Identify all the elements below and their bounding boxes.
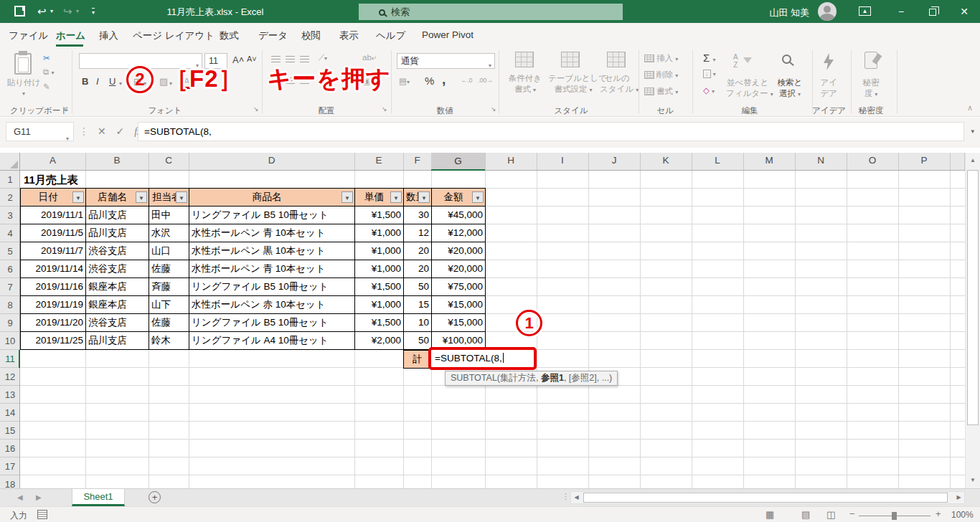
number-format-dropdown-icon[interactable]: ▾ xyxy=(489,59,491,73)
header-person[interactable]: 担当者▼ xyxy=(149,189,189,207)
new-sheet-button[interactable]: + xyxy=(149,491,161,503)
table-row[interactable]: 2019/11/1品川支店田中リングファイル B5 10冊セット¥1,50030… xyxy=(21,207,486,224)
col-header-E[interactable]: E xyxy=(354,155,403,166)
row-header-8[interactable]: 8 xyxy=(0,296,20,314)
select-all-corner[interactable] xyxy=(0,153,20,171)
tab-page-layout[interactable]: ページ レイアウト xyxy=(133,29,215,42)
tab-insert[interactable]: 挿入 xyxy=(99,29,118,42)
search-bar[interactable]: 検索 xyxy=(359,4,623,20)
header-price[interactable]: 単価▼ xyxy=(355,189,404,207)
align-middle-icon[interactable] xyxy=(286,56,295,63)
vertical-scrollbar-thumb[interactable] xyxy=(967,170,979,425)
decrease-decimal-icon[interactable]: .00→ xyxy=(478,77,494,84)
tab-power-pivot[interactable]: Power Pivot xyxy=(422,29,473,40)
sensitivity-icon[interactable] xyxy=(864,52,877,69)
cell-A1-title[interactable]: 11月売上表 xyxy=(24,174,78,187)
sheet-tab-sheet1[interactable]: Sheet1 xyxy=(72,489,125,506)
align-bottom-icon[interactable] xyxy=(300,56,309,63)
orientation-icon[interactable]: ⟋▾ xyxy=(319,53,327,62)
zoom-out-icon[interactable]: − xyxy=(849,508,855,519)
col-header-C[interactable]: C xyxy=(149,155,189,166)
close-button[interactable]: ✕ xyxy=(948,0,980,23)
scroll-right-icon[interactable]: ▶ xyxy=(953,492,964,503)
col-header-M[interactable]: M xyxy=(743,155,795,166)
row-header-6[interactable]: 6 xyxy=(0,260,20,278)
ideas-icon[interactable] xyxy=(824,53,834,70)
col-header-H[interactable]: H xyxy=(485,155,537,166)
restore-button[interactable] xyxy=(917,0,948,23)
format-painter-icon[interactable]: ✎ xyxy=(43,82,50,92)
row-header-3[interactable]: 3 xyxy=(0,207,20,224)
clipboard-dialog-launcher-icon[interactable]: ↘ xyxy=(63,105,69,113)
tab-review[interactable]: 校閲 xyxy=(301,29,321,42)
header-date[interactable]: 日付▼ xyxy=(21,189,86,207)
col-header-G[interactable]: G xyxy=(431,153,485,171)
col-header-P[interactable]: P xyxy=(898,155,950,166)
insert-cells-button[interactable]: 挿入 ▾ xyxy=(644,53,678,64)
paste-button[interactable]: 貼り付け▾ xyxy=(6,77,42,97)
autosum-icon[interactable]: Σ ▾ xyxy=(703,52,715,64)
scroll-down-icon[interactable]: ▼ xyxy=(966,473,980,488)
row-header-7[interactable]: 7 xyxy=(0,278,20,296)
find-select-icon[interactable] xyxy=(782,54,791,64)
conditional-formatting-button[interactable]: 条件付き書式 ▾ xyxy=(502,73,548,95)
sheet-nav-left-icon[interactable]: ◀ xyxy=(17,493,23,501)
enter-formula-button[interactable]: ✓ xyxy=(116,125,125,137)
collapse-ribbon-icon[interactable]: ∧ xyxy=(967,103,973,113)
sort-filter-button[interactable]: 並べ替えとフィルター ▾ xyxy=(726,77,769,99)
tab-help[interactable]: ヘルプ xyxy=(376,29,405,42)
formula-input[interactable]: =SUBTOTAL(8, xyxy=(138,122,964,141)
alignment-dialog-launcher-icon[interactable]: ↘ xyxy=(382,105,387,113)
sort-filter-icon[interactable]: AZ xyxy=(733,53,738,69)
tab-home[interactable]: ホーム xyxy=(56,29,85,42)
scroll-up-icon[interactable]: ▲ xyxy=(966,153,980,169)
number-format-combo[interactable]: 通貨▾ xyxy=(397,53,495,69)
filter-button[interactable]: ▼ xyxy=(390,191,402,203)
font-dialog-launcher-icon[interactable]: ↘ xyxy=(253,105,259,113)
row-header-15[interactable]: 15 xyxy=(0,422,20,440)
table-row[interactable]: 2019/11/25品川支店鈴木リングファイル A4 10冊セット¥2,0005… xyxy=(21,332,486,350)
scroll-left-icon[interactable]: ◀ xyxy=(571,492,582,503)
row-header-13[interactable]: 13 xyxy=(0,386,20,404)
page-layout-view-icon[interactable]: ▤ xyxy=(801,509,810,520)
table-row[interactable]: 2019/11/16銀座本店斉藤リングファイル B5 10冊セット¥1,5005… xyxy=(21,278,486,296)
cancel-formula-button[interactable]: ✕ xyxy=(98,125,106,137)
cell-styles-icon[interactable] xyxy=(607,52,626,67)
col-header-O[interactable]: O xyxy=(847,155,898,166)
zoom-level[interactable]: 100% xyxy=(951,510,974,520)
col-header-I[interactable]: I xyxy=(537,155,588,166)
table-row[interactable]: 2019/11/7渋谷支店山口水性ボールペン 黒 10本セット¥1,00020¥… xyxy=(21,242,486,260)
table-row[interactable]: 2019/11/14渋谷支店佐藤水性ボールペン 青 10本セット¥1,00020… xyxy=(21,260,486,278)
tab-view[interactable]: 表示 xyxy=(339,29,359,42)
ribbon-display-options-icon[interactable]: ▲ xyxy=(859,6,871,16)
bold-button[interactable]: B xyxy=(82,76,88,87)
format-as-table-icon[interactable] xyxy=(561,52,580,67)
row-header-16[interactable]: 16 xyxy=(0,440,20,457)
col-header-J[interactable]: J xyxy=(588,155,640,166)
sensitivity-button[interactable]: 秘密度 ▾ xyxy=(859,77,882,99)
col-header-D[interactable]: D xyxy=(189,155,354,166)
accounting-format-icon[interactable]: ▤▾ xyxy=(399,76,410,86)
accessibility-checker-icon[interactable] xyxy=(37,510,47,519)
sheet-nav-right-icon[interactable]: ▶ xyxy=(36,493,42,501)
filter-button[interactable]: ▼ xyxy=(136,191,147,203)
row-header-10[interactable]: 10 xyxy=(0,332,20,350)
vertical-scrollbar[interactable]: ▲ ▼ xyxy=(965,153,980,488)
filter-button[interactable]: ▼ xyxy=(418,191,430,203)
find-select-button[interactable]: 検索と選択 ▾ xyxy=(773,77,806,99)
horizontal-scrollbar[interactable]: ◀ ▶ xyxy=(570,491,965,504)
row-header-14[interactable]: 14 xyxy=(0,404,20,422)
copy-icon[interactable]: ⧉ ▾ xyxy=(43,67,54,77)
col-header-K[interactable]: K xyxy=(640,155,692,166)
normal-view-icon[interactable]: ▦ xyxy=(765,509,774,520)
conditional-formatting-icon[interactable] xyxy=(515,52,534,67)
header-product[interactable]: 商品名▼ xyxy=(189,189,355,207)
comma-style-icon[interactable]: , xyxy=(442,72,446,87)
row-header-1[interactable]: 1 xyxy=(0,171,20,189)
minimize-button[interactable]: − xyxy=(885,0,917,23)
row-header-4[interactable]: 4 xyxy=(0,224,20,242)
zoom-slider-thumb[interactable] xyxy=(892,512,897,520)
cell-F11-total-label[interactable]: 計 xyxy=(403,350,432,369)
table-row[interactable]: 2019/11/5品川支店水沢水性ボールペン 青 10本セット¥1,00012¥… xyxy=(21,224,486,242)
col-header-F[interactable]: F xyxy=(403,155,431,166)
